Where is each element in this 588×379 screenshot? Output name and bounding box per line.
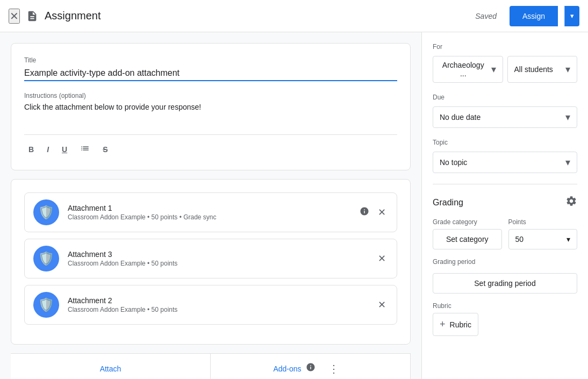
list-button[interactable] (76, 141, 94, 157)
due-date-value: No due date (440, 113, 481, 121)
due-date-dropdown[interactable]: No due date ▾ (433, 106, 577, 128)
addons-more-button[interactable]: ⋮ (320, 354, 348, 379)
bottom-toolbar: Attach Add-ons ⋮ (11, 353, 411, 379)
attachment-icon: 🛡️ (33, 199, 59, 225)
grading-section: Grading Grade category Set category Poin… (433, 195, 577, 336)
right-panel: For Archaeology ... ▾ All students ▾ Due… (421, 32, 588, 379)
chevron-down-icon: ▾ (565, 111, 570, 123)
addons-info-button[interactable] (306, 362, 315, 375)
for-label: For (433, 43, 577, 51)
title-input[interactable] (24, 66, 397, 81)
students-value: All students (514, 65, 553, 74)
chevron-down-icon: ▾ (565, 156, 570, 168)
app-header: ✕ Assignment Saved Assign ▾ (0, 0, 588, 32)
chevron-down-icon: ▾ (491, 63, 496, 75)
attachment-item: 🛡️ Attachment 1 Classroom Addon Example … (24, 192, 397, 232)
due-section: Due No due date ▾ (433, 94, 577, 128)
attachment-info: Attachment 3 Classroom Addon Example • 5… (68, 250, 367, 267)
shield-icon: 🛡️ (38, 297, 54, 312)
add-rubric-button[interactable]: + Rubric (433, 313, 478, 336)
attachment-actions: ✕ (376, 297, 388, 313)
topic-value: No topic (440, 158, 467, 167)
attachment-icon: 🛡️ (33, 292, 59, 318)
class-dropdown[interactable]: Archaeology ... ▾ (433, 56, 503, 83)
page-title: Assignment (45, 10, 469, 22)
set-category-button[interactable]: Set category (433, 229, 502, 249)
chevron-down-icon: ▾ (567, 235, 570, 244)
for-row: Archaeology ... ▾ All students ▾ (433, 56, 577, 83)
formatting-toolbar: B I U S (24, 134, 397, 157)
strikethrough-button[interactable]: S (98, 141, 112, 157)
topic-section: Topic No topic ▾ (433, 139, 577, 184)
set-grading-period-button[interactable]: Set grading period (433, 273, 577, 294)
grading-period-label: Grading period (433, 258, 577, 266)
chevron-down-icon: ▾ (570, 12, 574, 20)
rubric-label: Rubric (433, 302, 577, 310)
grading-header: Grading (433, 195, 577, 210)
chevron-down-icon: ▾ (565, 63, 570, 75)
instructions-text[interactable]: Click the attachment below to provide yo… (24, 102, 397, 113)
left-panel: Title Instructions (optional) Click the … (0, 32, 421, 379)
doc-icon (26, 10, 38, 22)
attachment-remove-button[interactable]: ✕ (376, 204, 388, 220)
attachment-item: 🛡️ Attachment 3 Classroom Addon Example … (24, 239, 397, 278)
shield-icon: 🛡️ (38, 205, 54, 220)
grade-category-col: Grade category Set category (433, 218, 502, 249)
due-label: Due (433, 94, 577, 101)
attachment-actions: ✕ (357, 204, 388, 221)
assignment-form-card: Title Instructions (optional) Click the … (11, 43, 411, 170)
attachment-info: Attachment 1 Classroom Addon Example • 5… (68, 204, 349, 221)
attachment-item: 🛡️ Attachment 2 Classroom Addon Example … (24, 285, 397, 325)
attachment-name: Attachment 1 (68, 204, 349, 212)
title-label: Title (24, 56, 397, 64)
attachment-icon: 🛡️ (33, 246, 59, 271)
attachment-meta: Classroom Addon Example • 50 points (68, 306, 367, 313)
class-value: Archaeology ... (440, 61, 487, 78)
grade-category-row: Grade category Set category Points 50 ▾ (433, 218, 577, 249)
instructions-label: Instructions (optional) (24, 92, 397, 99)
addons-label: Add-ons (273, 364, 301, 373)
attachment-name: Attachment 2 (68, 296, 367, 305)
assign-dropdown-button[interactable]: ▾ (564, 6, 579, 26)
close-button[interactable]: ✕ (9, 9, 20, 24)
points-value: 50 (515, 235, 524, 244)
attachment-actions: ✕ (376, 251, 388, 267)
attachment-meta: Classroom Addon Example • 50 points • Gr… (68, 213, 349, 221)
shield-icon: 🛡️ (38, 251, 54, 266)
attachments-card: 🛡️ Attachment 1 Classroom Addon Example … (11, 179, 411, 345)
grading-period-section: Grading period Set grading period (433, 258, 577, 294)
underline-button[interactable]: U (58, 141, 71, 157)
attachment-remove-button[interactable]: ✕ (376, 297, 388, 313)
attachment-name: Attachment 3 (68, 250, 367, 259)
instructions-section: Instructions (optional) Click the attach… (24, 92, 397, 113)
topic-label: Topic (433, 139, 577, 146)
rubric-section: Rubric + Rubric (433, 302, 577, 336)
bold-button[interactable]: B (24, 141, 38, 157)
points-dropdown[interactable]: 50 ▾ (508, 229, 578, 249)
points-label: Points (508, 218, 578, 226)
addons-section: Add-ons ⋮ (211, 354, 411, 379)
attachment-remove-button[interactable]: ✕ (376, 251, 388, 267)
attachment-info: Attachment 2 Classroom Addon Example • 5… (68, 296, 367, 313)
saved-status: Saved (475, 12, 497, 20)
assign-button[interactable]: Assign (510, 6, 558, 26)
grading-settings-button[interactable] (565, 195, 577, 210)
main-content: Title Instructions (optional) Click the … (0, 32, 588, 379)
italic-button[interactable]: I (42, 141, 53, 157)
attachment-info-button[interactable] (357, 204, 371, 221)
grade-category-label: Grade category (433, 218, 502, 226)
attach-button[interactable]: Attach (11, 354, 211, 379)
grading-title: Grading (433, 198, 463, 208)
points-col: Points 50 ▾ (508, 218, 578, 249)
attachment-meta: Classroom Addon Example • 50 points (68, 260, 367, 267)
for-section: For Archaeology ... ▾ All students ▾ (433, 43, 577, 83)
plus-icon: + (440, 319, 446, 330)
students-dropdown[interactable]: All students ▾ (507, 56, 578, 83)
topic-dropdown[interactable]: No topic ▾ (433, 152, 577, 173)
title-section: Title (24, 56, 397, 81)
add-rubric-label: Rubric (450, 320, 471, 329)
